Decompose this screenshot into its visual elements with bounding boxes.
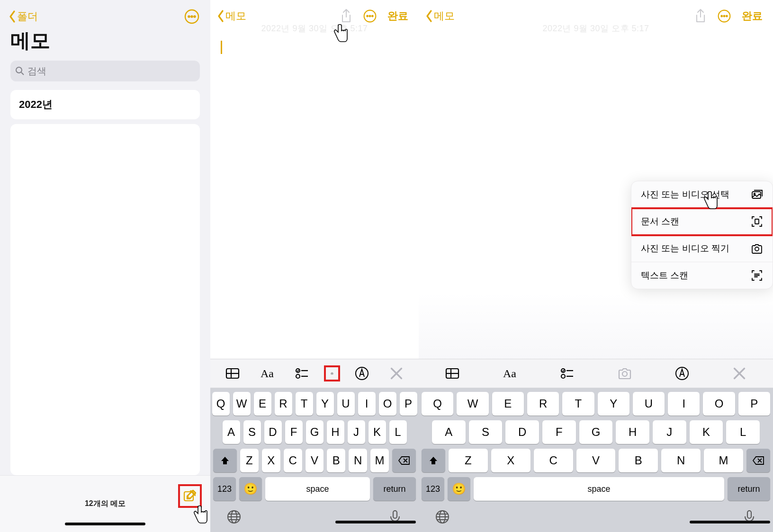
checklist-icon[interactable] [294,365,310,381]
menu-take-photo-video[interactable]: 사진 또는 비디오 찍기 [631,235,773,262]
key-d[interactable]: D [505,420,539,444]
key-u[interactable]: U [633,392,665,416]
key-y[interactable]: Y [598,392,629,416]
key-s[interactable]: S [469,420,503,444]
key-x[interactable]: X [491,449,530,472]
key-d[interactable]: D [264,420,282,444]
key-t[interactable]: T [296,392,313,416]
key-p[interactable]: P [400,392,417,416]
key-i[interactable]: I [358,392,376,416]
key-f[interactable]: F [285,420,303,444]
key-h[interactable]: H [616,420,649,444]
menu-choose-photo-video[interactable]: 사진 또는 비디오 선택 [631,181,773,208]
key-w[interactable]: W [233,392,251,416]
text-format-icon[interactable]: Aa [259,365,275,381]
menu-scan-text[interactable]: 텍스트 스캔 [631,262,773,289]
space-key[interactable]: space [265,477,370,501]
note-content-area[interactable]: 사진 또는 비디오 선택 문서 스캔 사진 또는 비디오 찍기 텍스트 스캔 [419,34,773,359]
globe-icon[interactable] [226,509,242,524]
markup-icon[interactable] [674,365,690,381]
emoji-key[interactable]: 🙂 [239,477,262,501]
key-y[interactable]: Y [316,392,334,416]
compose-icon[interactable] [183,489,197,503]
keyboard[interactable]: Q W E R T Y U I O P A S D F G H J K L Z … [419,388,773,532]
home-indicator[interactable] [690,521,770,523]
shift-key[interactable] [422,449,445,472]
space-key[interactable]: space [474,477,724,501]
emoji-key[interactable]: 🙂 [448,477,470,501]
key-h[interactable]: H [327,420,344,444]
camera-icon-highlighted[interactable] [324,365,340,381]
done-button[interactable]: 완료 [742,9,763,23]
more-options-icon[interactable] [717,9,731,23]
back-to-notes[interactable]: 메모 [217,9,246,23]
key-e[interactable]: E [254,392,271,416]
key-v[interactable]: V [576,449,616,472]
camera-icon-dimmed[interactable] [617,365,633,381]
key-j[interactable]: J [653,420,686,444]
key-k[interactable]: K [369,420,386,444]
key-l[interactable]: L [389,420,407,444]
return-key[interactable]: return [728,477,770,501]
key-r[interactable]: R [527,392,559,416]
key-p[interactable]: P [738,392,770,416]
back-to-notes[interactable]: 메모 [425,9,455,23]
keyboard[interactable]: Q W E R T Y U I O P A S D F G H J K L Z … [210,388,419,532]
numeric-key[interactable]: 123 [422,477,444,501]
key-b[interactable]: B [619,449,658,472]
markup-icon[interactable] [354,365,370,381]
key-s[interactable]: S [243,420,261,444]
back-to-folders[interactable]: 폴더 [9,9,38,24]
share-icon[interactable] [694,9,707,24]
key-a[interactable]: A [432,420,466,444]
key-n[interactable]: N [349,449,367,472]
key-m[interactable]: M [704,449,743,472]
key-a[interactable]: A [223,420,240,444]
key-e[interactable]: E [492,392,524,416]
key-t[interactable]: T [562,392,594,416]
search-input[interactable]: 검색 [10,61,200,81]
note-item-2022[interactable]: 2022년 [10,90,200,119]
done-button[interactable]: 완료 [387,9,408,23]
text-format-icon[interactable]: Aa [502,365,518,381]
table-icon[interactable] [444,365,460,381]
key-o[interactable]: O [379,392,396,416]
numeric-key[interactable]: 123 [213,477,236,501]
share-icon[interactable] [340,9,352,24]
key-q[interactable]: Q [212,392,230,416]
key-r[interactable]: R [275,392,292,416]
key-b[interactable]: B [327,449,345,472]
key-w[interactable]: W [457,392,488,416]
globe-icon[interactable] [435,509,450,524]
backspace-key[interactable] [746,449,770,472]
note-content-area[interactable] [210,34,419,359]
home-indicator[interactable] [335,521,416,523]
backspace-key[interactable] [392,449,416,472]
key-m[interactable]: M [370,449,389,472]
dismiss-icon[interactable] [731,365,747,381]
key-j[interactable]: J [348,420,365,444]
key-o[interactable]: O [703,392,735,416]
key-c[interactable]: C [284,449,302,472]
key-v[interactable]: V [306,449,324,472]
key-k[interactable]: K [690,420,723,444]
key-c[interactable]: C [534,449,573,472]
dismiss-icon[interactable] [388,365,404,381]
more-options-icon[interactable] [363,9,377,23]
key-n[interactable]: N [661,449,701,472]
key-g[interactable]: G [579,420,613,444]
return-key[interactable]: return [373,477,416,501]
key-l[interactable]: L [726,420,760,444]
key-i[interactable]: I [668,392,700,416]
key-g[interactable]: G [306,420,324,444]
key-q[interactable]: Q [422,392,453,416]
key-u[interactable]: U [337,392,355,416]
checklist-icon[interactable] [559,365,575,381]
more-options-icon[interactable] [184,9,200,25]
home-indicator[interactable] [65,523,145,525]
key-f[interactable]: F [542,420,576,444]
key-z[interactable]: Z [449,449,488,472]
menu-scan-document-highlighted[interactable]: 문서 스캔 [631,208,773,235]
table-icon[interactable] [225,365,241,381]
key-z[interactable]: Z [240,449,259,472]
